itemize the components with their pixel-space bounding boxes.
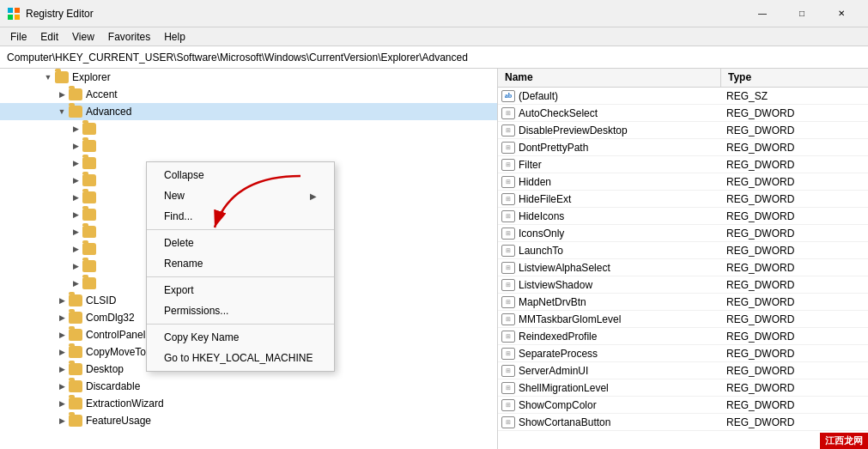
registry-row[interactable]: ⊞ShowCortanaButtonREG_DWORD (498, 414, 868, 431)
reg-dword-icon: ⊞ (501, 331, 515, 343)
reg-value-type: REG_DWORD (726, 107, 794, 119)
ctx-delete[interactable]: Delete (147, 233, 334, 253)
menu-bar: File Edit View Favorites Help (0, 27, 868, 46)
expand-arrow-c1: ▶ (69, 122, 82, 136)
tree-label-extractionwizard: ExtractionWizard (86, 397, 164, 410)
folder-icon-c2 (82, 140, 96, 152)
expand-arrow-explorer: ▼ (41, 70, 55, 84)
address-bar: Computer\HKEY_CURRENT_USER\Software\Micr… (0, 46, 868, 69)
registry-row[interactable]: ⊞ListviewAlphaSelectREG_DWORD (498, 259, 868, 276)
ctx-collapse-label: Collapse (164, 169, 204, 181)
reg-value-type: REG_DWORD (726, 124, 794, 137)
close-button[interactable]: ✕ (822, 0, 861, 27)
ctx-rename[interactable]: Rename (147, 253, 334, 274)
folder-icon-accent (69, 88, 82, 100)
registry-row[interactable]: ⊞ReindexedProfileREG_DWORD (498, 328, 868, 345)
reg-dword-icon: ⊞ (501, 176, 515, 188)
ctx-new[interactable]: New ▶ (147, 185, 334, 206)
reg-dword-icon: ⊞ (501, 296, 515, 308)
registry-row[interactable]: ⊞IconsOnlyREG_DWORD (498, 225, 868, 242)
reg-sz-icon: ab (501, 90, 515, 102)
ctx-copy-key-name[interactable]: Copy Key Name (147, 327, 334, 348)
registry-row[interactable]: ⊞MMTaskbarGlomLevelREG_DWORD (498, 311, 868, 328)
reg-dword-icon: ⊞ (501, 382, 515, 394)
reg-value-type: REG_DWORD (726, 142, 794, 154)
reg-dword-icon: ⊞ (501, 142, 515, 154)
reg-dword-icon: ⊞ (501, 107, 515, 119)
ctx-new-arrow: ▶ (310, 191, 317, 201)
reg-value-type: REG_DWORD (726, 262, 794, 274)
registry-row[interactable]: ⊞ShellMigrationLevelREG_DWORD (498, 379, 868, 397)
reg-value-name: HideFileExt (519, 193, 726, 205)
reg-value-name: MMTaskbarGlomLevel (519, 313, 726, 325)
folder-icon-c5 (82, 191, 96, 203)
tree-item-discardable[interactable]: ▶ Discardable (0, 378, 497, 395)
registry-row[interactable]: ⊞FilterREG_DWORD (498, 156, 868, 173)
registry-row[interactable]: ⊞DontPrettyPathREG_DWORD (498, 139, 868, 156)
reg-value-name: HideIcons (519, 210, 726, 222)
tree-item-child2[interactable]: ▶ (0, 137, 497, 155)
reg-value-type: REG_SZ (726, 90, 768, 102)
values-list[interactable]: ab(Default)REG_SZ⊞AutoCheckSelectREG_DWO… (498, 88, 868, 449)
reg-dword-icon: ⊞ (501, 262, 515, 274)
menu-edit[interactable]: Edit (33, 29, 65, 45)
reg-dword-icon: ⊞ (501, 245, 515, 257)
ctx-permissions[interactable]: Permissions... (147, 300, 334, 321)
reg-value-name: ServerAdminUI (519, 365, 726, 377)
registry-values-panel: Name Type ab(Default)REG_SZ⊞AutoCheckSel… (498, 69, 868, 449)
registry-row[interactable]: ⊞HideFileExtREG_DWORD (498, 191, 868, 208)
folder-icon-c6 (82, 209, 96, 221)
minimize-button[interactable]: — (743, 0, 782, 27)
svg-rect-0 (8, 8, 13, 13)
window-title: Registry Editor (26, 8, 743, 20)
reg-dword-icon: ⊞ (501, 210, 515, 222)
registry-row[interactable]: ⊞HideIconsREG_DWORD (498, 208, 868, 225)
tree-label-accent: Accent (86, 88, 118, 100)
expand-arrow-comdlg32: ▶ (55, 311, 69, 325)
registry-row[interactable]: ⊞LaunchToREG_DWORD (498, 242, 868, 259)
reg-value-type: REG_DWORD (726, 193, 794, 205)
tree-label-desktop: Desktop (86, 363, 124, 375)
folder-icon-comdlg32 (69, 312, 82, 324)
menu-help[interactable]: Help (157, 29, 192, 45)
folder-icon-c4 (82, 174, 96, 186)
menu-favorites[interactable]: Favorites (101, 29, 157, 45)
menu-view[interactable]: View (65, 29, 101, 45)
tree-item-explorer[interactable]: ▼ Explorer (0, 69, 497, 86)
registry-row[interactable]: ⊞ServerAdminUIREG_DWORD (498, 362, 868, 379)
registry-row[interactable]: ab(Default)REG_SZ (498, 88, 868, 105)
tree-item-accent[interactable]: ▶ Accent (0, 86, 497, 103)
context-menu: Collapse New ▶ Find... Delete Rename Exp… (146, 161, 335, 372)
registry-row[interactable]: ⊞ShowCompColorREG_DWORD (498, 397, 868, 414)
reg-value-name: AutoCheckSelect (519, 107, 726, 119)
ctx-find[interactable]: Find... (147, 206, 334, 227)
folder-icon-copymoveto (69, 346, 82, 358)
reg-value-type: REG_DWORD (726, 416, 794, 428)
ctx-rename-label: Rename (164, 258, 203, 270)
col-name-header: Name (498, 69, 721, 87)
ctx-export[interactable]: Export (147, 280, 334, 300)
maximize-button[interactable]: □ (782, 0, 822, 27)
tree-item-featureusage[interactable]: ▶ FeatureUsage (0, 412, 497, 429)
reg-value-type: REG_DWORD (726, 176, 794, 188)
tree-item-extractionwizard[interactable]: ▶ ExtractionWizard (0, 395, 497, 412)
tree-item-advanced[interactable]: ▼ Advanced (0, 103, 497, 120)
ctx-goto-hklm[interactable]: Go to HKEY_LOCAL_MACHINE (147, 348, 334, 368)
reg-dword-icon: ⊞ (501, 348, 515, 360)
folder-icon-controlpanel (69, 329, 82, 341)
reg-value-name: ListviewShadow (519, 279, 726, 291)
registry-row[interactable]: ⊞MapNetDrvBtnREG_DWORD (498, 294, 868, 311)
registry-row[interactable]: ⊞SeparateProcessREG_DWORD (498, 345, 868, 362)
folder-icon-c8 (82, 243, 96, 255)
expand-arrow-advanced: ▼ (55, 105, 69, 118)
ctx-collapse[interactable]: Collapse (147, 165, 334, 185)
registry-row[interactable]: ⊞ListviewShadowREG_DWORD (498, 276, 868, 294)
registry-row[interactable]: ⊞HiddenREG_DWORD (498, 173, 868, 191)
registry-row[interactable]: ⊞AutoCheckSelectREG_DWORD (498, 105, 868, 122)
reg-dword-icon: ⊞ (501, 399, 515, 411)
registry-row[interactable]: ⊞DisablePreviewDesktopREG_DWORD (498, 122, 868, 139)
menu-file[interactable]: File (3, 29, 33, 45)
ctx-copy-key-name-label: Copy Key Name (164, 331, 239, 343)
tree-item-child1[interactable]: ▶ (0, 120, 497, 137)
reg-value-name: DontPrettyPath (519, 142, 726, 154)
